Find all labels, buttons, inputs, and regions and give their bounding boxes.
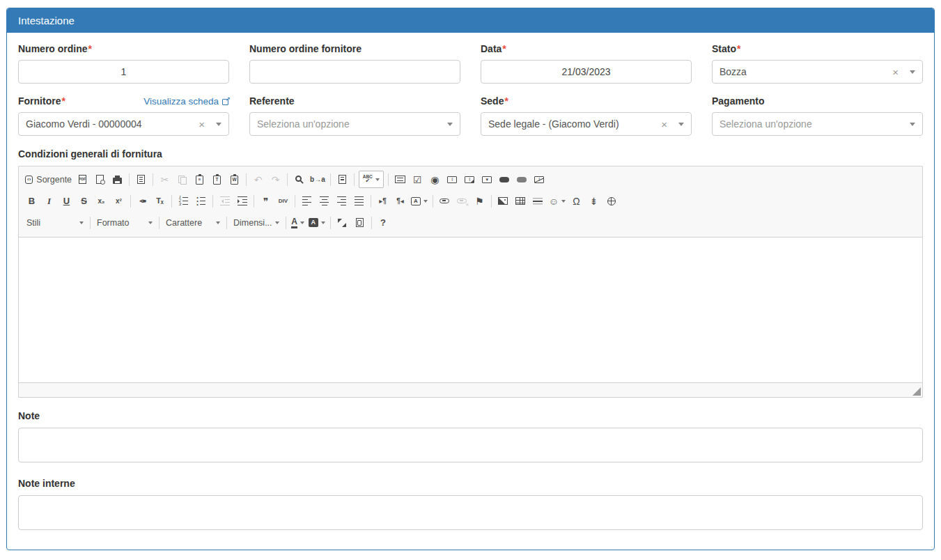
justify-button[interactable] xyxy=(350,192,368,210)
visualizza-scheda-link[interactable]: Visualizza scheda xyxy=(143,96,229,107)
iframe-icon xyxy=(607,197,616,205)
paste-as-text-button[interactable]: T xyxy=(208,171,226,188)
italic-button[interactable]: I xyxy=(40,192,58,210)
paste-button[interactable]: ≡ xyxy=(191,171,208,188)
hidden-field-button[interactable]: I xyxy=(531,171,548,188)
special-character-icon: Ω xyxy=(573,196,580,206)
caret-down-icon xyxy=(216,123,221,129)
form-button[interactable] xyxy=(391,171,409,188)
toolbar-separator xyxy=(354,173,355,186)
caret-down-icon xyxy=(910,70,915,77)
superscript-icon: x² xyxy=(116,198,122,205)
sede-select[interactable]: Sede legale - (Giacomo Verdi) × xyxy=(481,112,692,136)
image-button-button[interactable] xyxy=(513,171,531,188)
numbered-list-button[interactable] xyxy=(175,192,192,210)
language-button[interactable]: A xyxy=(409,192,430,210)
font-size-combo[interactable]: Dimensi... xyxy=(230,215,283,231)
align-right-button[interactable] xyxy=(333,192,350,210)
checkbox-button[interactable]: ☑ xyxy=(409,171,426,188)
anchor-button[interactable]: ⚑ xyxy=(471,192,488,210)
radio-button-button[interactable]: ◉ xyxy=(426,171,444,188)
div-container-button[interactable]: DIV xyxy=(274,192,292,210)
remove-format-button[interactable]: Tₓ xyxy=(151,192,169,210)
select-all-button[interactable] xyxy=(334,171,351,188)
export-pdf-button[interactable] xyxy=(74,171,91,188)
superscript-button[interactable]: x² xyxy=(110,192,127,210)
button-field-icon xyxy=(499,177,509,182)
align-left-button[interactable] xyxy=(298,192,316,210)
copy-icon xyxy=(178,176,186,184)
note-textarea[interactable] xyxy=(18,428,923,462)
strikethrough-icon: S xyxy=(81,196,87,205)
iframe-button[interactable] xyxy=(602,192,620,210)
strikethrough-button[interactable]: S xyxy=(75,192,93,210)
source-button[interactable]: ‹›Sorgente xyxy=(23,171,74,188)
condizioni-label: Condizioni generali di fornitura xyxy=(18,148,923,160)
page-break-button[interactable]: ⇟ xyxy=(585,192,602,210)
button-field-button[interactable] xyxy=(496,171,513,188)
required-asterisk: * xyxy=(502,43,506,54)
toolbar-group: Formato xyxy=(93,215,156,231)
link-button[interactable] xyxy=(436,192,453,210)
smiley-button[interactable]: ☺ xyxy=(547,192,568,210)
bulleted-list-button[interactable] xyxy=(192,192,210,210)
background-color-button[interactable]: A xyxy=(306,214,327,231)
paste-from-word-button[interactable]: W xyxy=(226,171,243,188)
field-referente: Referente Seleziona un'opzione xyxy=(249,95,460,136)
select-field-button[interactable]: ▾ xyxy=(479,171,496,188)
field-sede: Sede* Sede legale - (Giacomo Verdi) × xyxy=(481,95,692,136)
table-button[interactable] xyxy=(512,192,529,210)
fornitore-select[interactable]: Giacomo Verdi - 00000004 × xyxy=(18,112,229,136)
about-button[interactable]: ? xyxy=(375,214,392,231)
editor-resize-grip[interactable] xyxy=(912,387,921,396)
increase-indent-button[interactable] xyxy=(233,192,251,210)
horizontal-rule-button[interactable] xyxy=(529,192,547,210)
subscript-button[interactable]: x₂ xyxy=(93,192,110,210)
image-button-icon xyxy=(517,177,527,182)
note-interne-textarea[interactable] xyxy=(18,495,923,530)
align-center-button[interactable] xyxy=(316,192,333,210)
stato-select[interactable]: Bozza × xyxy=(712,60,923,84)
templates-button[interactable] xyxy=(132,171,150,188)
styles-combo[interactable]: Stili xyxy=(23,215,87,231)
text-direction-ltr-button[interactable]: ▸¶ xyxy=(374,192,391,210)
text-field-button[interactable]: I xyxy=(444,171,461,188)
font-combo[interactable]: Carattere xyxy=(162,215,224,231)
print-button[interactable] xyxy=(109,171,126,188)
textarea-field-button[interactable]: I xyxy=(461,171,479,188)
fornitore-clear-icon[interactable]: × xyxy=(199,119,205,130)
show-blocks-button[interactable] xyxy=(351,214,368,231)
find-button[interactable] xyxy=(290,171,308,188)
special-character-button[interactable]: Ω xyxy=(568,192,585,210)
caret-down-icon xyxy=(375,178,380,183)
stato-clear-icon[interactable]: × xyxy=(892,67,899,77)
text-color-button[interactable]: A xyxy=(289,214,306,231)
caret-down-icon xyxy=(678,123,684,129)
bold-button[interactable]: B xyxy=(23,192,40,210)
sede-clear-icon[interactable]: × xyxy=(661,119,667,130)
preview-button[interactable] xyxy=(91,171,109,188)
format-combo[interactable]: Formato xyxy=(93,215,156,231)
decrease-indent-icon xyxy=(220,196,230,206)
replace-button[interactable]: b→a xyxy=(308,171,327,188)
underline-button[interactable]: U xyxy=(58,192,75,210)
paste-as-text-icon: T xyxy=(213,176,221,185)
data-input[interactable] xyxy=(481,60,692,84)
spell-check-button[interactable] xyxy=(359,171,384,188)
editor-content-area[interactable] xyxy=(19,238,922,382)
referente-select[interactable]: Seleziona un'opzione xyxy=(249,112,460,136)
image-button[interactable] xyxy=(495,192,512,210)
print-icon xyxy=(113,178,122,184)
toolbar-separator xyxy=(130,195,131,208)
maximize-button[interactable] xyxy=(334,214,351,231)
copy-formatting-button[interactable]: ✒ xyxy=(134,192,151,210)
format-label: Formato xyxy=(97,218,146,228)
toolbar-separator xyxy=(287,173,288,186)
numero-ordine-input[interactable] xyxy=(18,60,229,84)
numero-ordine-fornitore-input[interactable] xyxy=(249,60,460,84)
toolbar-group: ✒Tₓ xyxy=(134,192,169,210)
toolbar-separator xyxy=(433,195,433,208)
blockquote-button[interactable]: ❞ xyxy=(257,192,274,210)
text-direction-rtl-button[interactable]: ¶◂ xyxy=(391,192,409,210)
pagamento-select[interactable]: Seleziona un'opzione xyxy=(712,112,923,136)
